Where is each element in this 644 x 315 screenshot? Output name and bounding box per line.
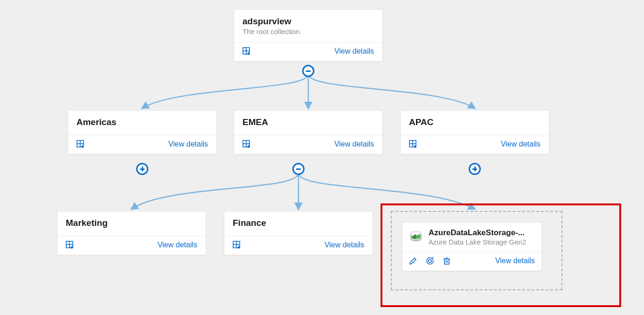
grid-add-icon[interactable] (242, 47, 251, 56)
collection-title: EMEA (242, 117, 374, 127)
view-details-link[interactable]: View details (501, 140, 540, 148)
collection-title: Americas (76, 117, 208, 127)
collapse-toggle-root[interactable] (302, 65, 314, 77)
scan-icon[interactable] (426, 257, 434, 265)
datasource-title: AzureDataLakeStorage-... (429, 228, 526, 238)
collection-card-marketing[interactable]: Marketing View details (57, 211, 206, 255)
grid-add-icon[interactable] (409, 140, 417, 148)
collection-title: adspurview (242, 16, 374, 27)
collection-card-americas[interactable]: Americas View details (68, 110, 217, 154)
collection-card-root[interactable]: adspurview The root collection. View det… (234, 9, 383, 62)
svg-rect-35 (444, 259, 449, 264)
view-details-link[interactable]: View details (334, 47, 374, 56)
delete-icon[interactable] (443, 257, 451, 265)
view-details-link[interactable]: View details (334, 140, 374, 148)
view-details-link[interactable]: View details (168, 140, 208, 148)
edit-icon[interactable] (409, 257, 417, 265)
expand-toggle-apac[interactable] (469, 163, 481, 175)
grid-add-icon[interactable] (242, 140, 251, 148)
collection-card-apac[interactable]: APAC View details (400, 110, 549, 154)
svg-point-33 (429, 259, 431, 262)
collection-title: APAC (409, 117, 540, 127)
datasource-card[interactable]: AzureDataLakeStorage-... Azure Data Lake… (402, 222, 542, 271)
grid-add-icon[interactable] (76, 140, 85, 148)
collection-card-emea[interactable]: EMEA View details (234, 110, 383, 154)
collection-subtitle: The root collection. (242, 28, 374, 35)
expand-toggle-americas[interactable] (136, 163, 148, 175)
grid-add-icon[interactable] (66, 241, 74, 249)
collection-title: Finance (233, 218, 364, 228)
diagram-canvas: adspurview The root collection. View det… (0, 0, 644, 315)
adls-icon (409, 230, 423, 244)
collection-card-finance[interactable]: Finance View details (224, 211, 373, 255)
svg-line-34 (432, 257, 433, 259)
view-details-link[interactable]: View details (495, 257, 535, 265)
grid-add-icon[interactable] (233, 241, 241, 249)
collapse-toggle-emea[interactable] (292, 163, 305, 175)
datasource-subtitle: Azure Data Lake Storage Gen2 (429, 238, 526, 246)
view-details-link[interactable]: View details (158, 241, 197, 249)
collection-title: Marketing (66, 218, 197, 228)
view-details-link[interactable]: View details (325, 241, 364, 249)
